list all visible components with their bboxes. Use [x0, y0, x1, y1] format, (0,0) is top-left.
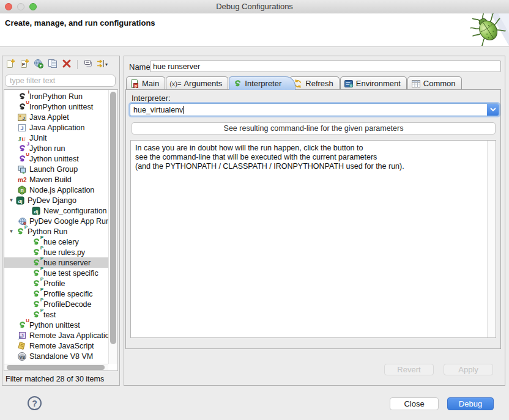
python-green-icon: P — [31, 279, 41, 289]
tree-row-profile-specific[interactable]: P Profile specific — [4, 289, 108, 299]
name-input[interactable] — [150, 61, 501, 72]
close-window-button[interactable] — [5, 3, 12, 10]
python-green-icon: P — [15, 227, 25, 237]
see-command-line-button[interactable]: See resulting command-line for the given… — [132, 122, 496, 134]
maven-icon: m2 — [17, 175, 27, 185]
tree-row-java-application[interactable]: J Java Application — [4, 122, 108, 133]
configurations-toolbar: P▾ — [5, 58, 108, 70]
tree-row-jython-run[interactable]: J Jython run — [4, 143, 108, 153]
icon-badge: I — [28, 90, 29, 95]
tree-row-profiledecode[interactable]: P ProfileDecode — [4, 299, 108, 309]
svg-text:J: J — [21, 333, 23, 338]
revert-button[interactable]: Revert — [384, 364, 434, 375]
tree-row-pydev-django[interactable]: ▼ dj PyDev Django — [4, 195, 108, 205]
command-info-textarea[interactable]: In case you are in doubt how will the ru… — [130, 140, 496, 338]
svg-text:dj: dj — [34, 208, 38, 214]
icon-badge: J — [27, 142, 29, 147]
icon-badge: P — [40, 267, 43, 271]
tab-arguments[interactable]: (x)=Arguments — [166, 76, 228, 90]
svg-text:dj: dj — [18, 198, 22, 204]
tree-vertical-scrollbar-thumb[interactable] — [110, 92, 116, 344]
tree-row-profile[interactable]: P Profile — [4, 278, 108, 289]
close-button[interactable]: Close — [390, 397, 439, 410]
tree-row-remote-java-application[interactable]: J Remote Java Application — [4, 330, 108, 341]
tree-item-label: Remote JavaScript — [29, 342, 94, 350]
new-configuration-button[interactable] — [5, 59, 16, 70]
svg-text:m2: m2 — [18, 177, 27, 183]
icon-badge: P — [40, 308, 43, 313]
tab-common[interactable]: Common — [407, 76, 462, 90]
junit-icon: JU — [17, 133, 27, 143]
collapse-all-button[interactable] — [83, 59, 94, 70]
tree-row-hue-test-specific[interactable]: P hue test specific — [4, 268, 108, 278]
filter-configurations-button[interactable]: ▾ — [97, 59, 108, 70]
tree-item-label: JUnit — [29, 134, 46, 142]
help-button[interactable]: ? — [28, 396, 42, 410]
tab-strip: pMain(x)=ArgumentsInterpreterRefreshEnvi… — [126, 76, 463, 90]
duplicate-icon — [48, 59, 58, 70]
tree-item-label: Jython unittest — [29, 155, 79, 163]
tree-row-launch-group[interactable]: Launch Group — [4, 164, 108, 174]
tab-label: Main — [142, 79, 159, 88]
tree-row-python-unittest[interactable]: U Python unittest — [4, 320, 108, 330]
configuration-tree: I IronPython Run U IronPython unittest J… — [4, 89, 118, 371]
tree-row-junit[interactable]: JU JUnit — [4, 133, 108, 143]
tree-row-new-configuration[interactable]: dj New_configuration — [4, 205, 108, 216]
export-icon — [34, 59, 43, 70]
titlebar: Debug Configurations — [0, 0, 509, 14]
duplicate-button[interactable] — [47, 59, 58, 70]
tree-row-jython-unittest[interactable]: U Jython unittest — [4, 153, 108, 164]
tree-item-label: Jython run — [29, 144, 65, 153]
svg-text:J: J — [22, 116, 24, 121]
icon-badge: U — [26, 100, 29, 105]
interpreter-value: hue_virtualenv — [130, 106, 487, 114]
interpreter-tab-content: Interpreter: hue_virtualenv See resultin… — [125, 89, 501, 349]
interpreter-combobox[interactable]: hue_virtualenv — [130, 103, 499, 116]
name-label: Name: — [129, 62, 152, 72]
interpreter-label: Interpreter: — [132, 94, 171, 103]
debug-button[interactable]: Debug — [447, 397, 494, 410]
configurations-panel: P▾ I IronPython Run U IronPython unittes… — [2, 56, 120, 386]
tab-label: Refresh — [305, 79, 333, 88]
tree-row-test[interactable]: P test — [4, 309, 108, 320]
tab-refresh[interactable]: Refresh — [289, 76, 340, 90]
javascript-icon — [17, 341, 27, 351]
tab-main[interactable]: pMain — [126, 76, 165, 90]
tree-item-label: Profile specific — [43, 290, 93, 298]
apply-button[interactable]: Apply — [444, 364, 493, 375]
zoom-window-button[interactable] — [29, 3, 37, 10]
tree-item-label: test — [43, 311, 56, 319]
disclosure-triangle[interactable]: ▼ — [7, 229, 15, 234]
tree-row-hue-rules-py[interactable]: P hue rules.py — [4, 247, 108, 257]
tree-horizontal-scrollbar[interactable] — [4, 364, 108, 370]
tab-interpreter[interactable]: Interpreter — [229, 76, 295, 90]
delete-button[interactable] — [61, 59, 72, 70]
python-green-icon: P — [31, 310, 41, 320]
tree-row-java-applet[interactable]: J Java Applet — [4, 112, 108, 122]
tree-row-ironpython-unittest[interactable]: U IronPython unittest — [4, 101, 108, 112]
export-configurations-button[interactable] — [33, 59, 44, 70]
python-green-icon: P — [31, 258, 41, 268]
textarea-vertical-scrollbar[interactable] — [487, 141, 496, 337]
tab-environment[interactable]: Environment — [340, 76, 407, 90]
new-prototype-button[interactable]: P — [19, 59, 30, 70]
tree-row-ironpython-run[interactable]: I IronPython Run — [4, 91, 108, 101]
tree-horizontal-scrollbar-thumb[interactable] — [7, 365, 105, 370]
tree-vertical-scrollbar[interactable] — [108, 90, 117, 364]
icon-badge: P — [40, 246, 43, 251]
tree-row-hue-runserver[interactable]: P hue runserver — [4, 257, 108, 268]
delete-icon — [62, 59, 72, 70]
tree-row-python-run[interactable]: ▼ P Python Run — [4, 226, 108, 237]
tree-row-pydev-google-app-run[interactable]: PyDev Google App Run — [4, 216, 108, 226]
tree-row-standalone-v8-vm[interactable]: V8 Standalone V8 VM — [4, 351, 108, 361]
tree-item-label: Java Application — [29, 123, 84, 132]
tree-row-remote-javascript[interactable]: Remote JavaScript — [4, 341, 108, 351]
tree-row-maven-build[interactable]: m2 Maven Build — [4, 174, 108, 185]
django-icon: dj — [31, 206, 41, 216]
filter-input[interactable] — [5, 75, 116, 87]
tree-row-hue-celery[interactable]: P hue celery — [4, 237, 108, 247]
tree-item-label: Profile — [43, 279, 65, 288]
tree-row-node-js-application[interactable]: n Node.js Application — [4, 185, 108, 195]
combobox-dropdown-button[interactable] — [487, 104, 499, 116]
disclosure-triangle[interactable]: ▼ — [7, 197, 15, 203]
